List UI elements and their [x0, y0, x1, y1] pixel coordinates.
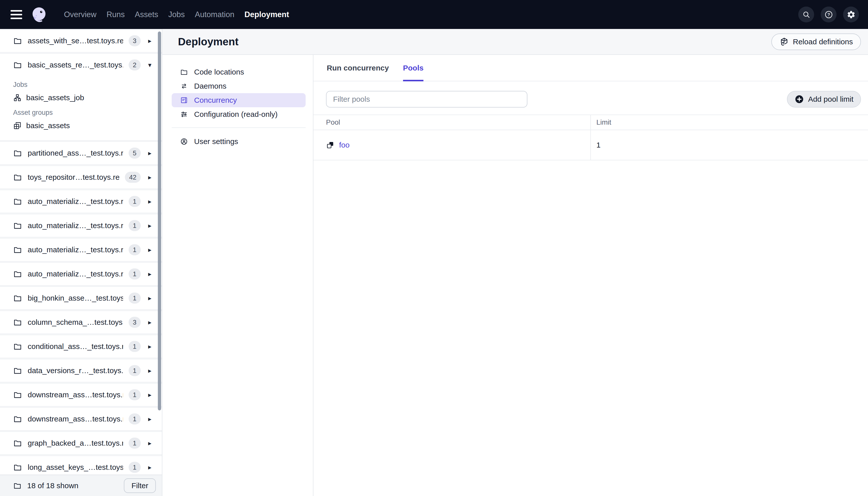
code-location-row[interactable]: auto_materializ…_test.toys.repo1▸	[0, 238, 162, 261]
hamburger-menu-icon[interactable]	[11, 10, 22, 19]
chevron-right-icon[interactable]: ▸	[146, 319, 153, 326]
filter-pools-input[interactable]	[326, 91, 527, 108]
user-icon	[180, 138, 188, 145]
nav-item-deployment[interactable]: Deployment	[239, 10, 294, 19]
subnav-item-concurrency[interactable]: Concurrency	[172, 93, 305, 107]
chevron-right-icon[interactable]: ▸	[146, 294, 153, 302]
nav-item-overview[interactable]: Overview	[59, 10, 101, 19]
subnav-item-code-locations[interactable]: Code locations	[172, 65, 305, 79]
daemons-icon	[180, 82, 188, 90]
page-header: Deployment Reload definitions	[162, 29, 868, 55]
sidebar-scrollbar[interactable]	[158, 31, 161, 410]
code-location-row[interactable]: auto_materializ…_test.toys.repo1▸	[0, 214, 162, 237]
dagster-logo[interactable]	[30, 5, 48, 24]
section-heading-jobs: Jobs	[13, 81, 162, 89]
chevron-right-icon[interactable]: ▸	[146, 464, 153, 471]
add-pool-limit-label: Add pool limit	[808, 95, 853, 104]
count-badge: 1	[129, 365, 141, 376]
chevron-right-icon[interactable]: ▸	[146, 270, 153, 278]
item-label: basic_assets_job	[26, 93, 84, 102]
sidebar-filter-button[interactable]: Filter	[124, 478, 156, 493]
main-area: Deployment Reload definitions Code locat…	[162, 29, 868, 496]
chevron-right-icon[interactable]: ▸	[146, 198, 153, 205]
tab-pools[interactable]: Pools	[403, 55, 424, 81]
code-location-row[interactable]: big_honkin_asse…_test.toys.rep1▸	[0, 287, 162, 309]
chevron-right-icon[interactable]: ▸	[146, 246, 153, 254]
code-location-row[interactable]: long_asset_keys_…test.toys.rep1▸	[0, 456, 162, 475]
subnav-item-configuration-read-only[interactable]: Configuration (read-only)	[172, 107, 305, 121]
asset-groups-item[interactable]: basic_assets	[13, 119, 162, 133]
count-badge: 1	[129, 244, 141, 255]
concurrency-tabs: Run concurrencyPools	[313, 55, 868, 81]
asset-group-icon	[13, 121, 22, 130]
deployment-subnav: Code locationsDaemonsConcurrencyConfigur…	[162, 55, 313, 496]
tab-run-concurrency[interactable]: Run concurrency	[327, 55, 389, 81]
nav-item-jobs[interactable]: Jobs	[163, 10, 190, 19]
chevron-right-icon[interactable]: ▸	[146, 391, 153, 399]
code-location-row[interactable]: downstream_ass…test.toys.rep1▸	[0, 408, 162, 430]
subnav-item-daemons[interactable]: Daemons	[172, 79, 305, 93]
jobs-item[interactable]: basic_assets_job	[13, 91, 162, 105]
search-icon	[802, 10, 811, 19]
subnav-item-label: Daemons	[194, 82, 226, 90]
chevron-right-icon[interactable]: ▸	[146, 367, 153, 375]
add-pool-limit-button[interactable]: Add pool limit	[787, 91, 861, 108]
code-location-row[interactable]: auto_materializ…_test.toys.repo1▸	[0, 190, 162, 213]
settings-button[interactable]	[843, 6, 859, 22]
folder-icon	[13, 36, 22, 45]
count-badge: 3	[129, 317, 141, 328]
chevron-right-icon[interactable]: ▸	[146, 415, 153, 423]
folder-icon	[13, 463, 22, 472]
code-location-row[interactable]: downstream_ass…test.toys.rep1▸	[0, 384, 162, 406]
code-location-row[interactable]: assets_with_se…test.toys.repo3▸	[0, 29, 162, 52]
subnav-item-label: User settings	[194, 137, 238, 146]
limit-cell: 1	[590, 130, 868, 160]
nav-item-assets[interactable]: Assets	[130, 10, 163, 19]
code-location-row[interactable]: partitioned_ass…_test.toys.rep5▸	[0, 142, 162, 165]
code-location-item: long_asset_keys_…test.toys.rep1▸	[0, 455, 162, 475]
folder-icon	[13, 221, 22, 230]
code-location-row[interactable]: basic_assets_re…_test.toys.rep2▾	[0, 53, 162, 76]
code-location-item: auto_materializ…_test.toys.repo1▸	[0, 214, 162, 237]
shown-count-text: 18 of 18 shown	[27, 481, 78, 490]
chevron-right-icon[interactable]: ▸	[146, 222, 153, 230]
folder-icon	[13, 294, 22, 303]
item-label: basic_assets	[26, 121, 70, 130]
chevron-down-icon[interactable]: ▾	[146, 61, 153, 69]
code-location-list: assets_with_se…test.toys.repo3▸basic_ass…	[0, 29, 162, 475]
chevron-right-icon[interactable]: ▸	[146, 439, 153, 447]
folder-icon	[13, 342, 22, 351]
code-location-expanded: Jobsbasic_assets_jobAsset groupsbasic_as…	[0, 76, 162, 140]
chevron-right-icon[interactable]: ▸	[146, 37, 153, 45]
count-badge: 1	[129, 414, 141, 424]
nav-item-runs[interactable]: Runs	[101, 10, 130, 19]
count-badge: 3	[129, 35, 141, 46]
count-badge: 1	[129, 220, 141, 231]
nav-item-automation[interactable]: Automation	[190, 10, 239, 19]
search-button[interactable]	[798, 6, 814, 22]
code-location-row[interactable]: conditional_ass…_test.toys.repo1▸	[0, 335, 162, 358]
reload-definitions-button[interactable]: Reload definitions	[771, 33, 861, 50]
code-location-label: conditional_ass…_test.toys.repo	[28, 342, 123, 351]
subnav-item-user-settings[interactable]: User settings	[172, 135, 305, 149]
folder-icon	[13, 197, 22, 206]
code-location-label: auto_materializ…_test.toys.repo	[28, 221, 123, 230]
chevron-right-icon[interactable]: ▸	[146, 149, 153, 157]
deployment-panels: Code locationsDaemonsConcurrencyConfigur…	[162, 55, 868, 496]
code-location-row[interactable]: toys_repositor…test.toys.repo42▸	[0, 166, 162, 189]
job-icon	[13, 93, 22, 102]
code-location-row[interactable]: auto_materializ…_test.toys.repo1▸	[0, 263, 162, 285]
pool-link[interactable]: foo	[339, 141, 350, 149]
code-location-label: auto_materializ…_test.toys.repo	[28, 197, 123, 206]
code-location-item: data_versions_r…_test.toys.rep1▸	[0, 359, 162, 383]
chevron-right-icon[interactable]: ▸	[146, 343, 153, 351]
chevron-right-icon[interactable]: ▸	[146, 173, 153, 181]
code-location-row[interactable]: graph_backed_a…test.toys.repo1▸	[0, 432, 162, 454]
subnav-item-label: Concurrency	[194, 96, 237, 105]
code-location-label: auto_materializ…_test.toys.repo	[28, 246, 123, 254]
code-location-row[interactable]: column_schema_…test.toys.rep3▸	[0, 311, 162, 334]
code-location-row[interactable]: data_versions_r…_test.toys.rep1▸	[0, 359, 162, 382]
folder-icon	[13, 149, 22, 158]
help-button[interactable]: ?	[821, 6, 837, 22]
code-location-label: downstream_ass…test.toys.rep	[28, 390, 123, 399]
